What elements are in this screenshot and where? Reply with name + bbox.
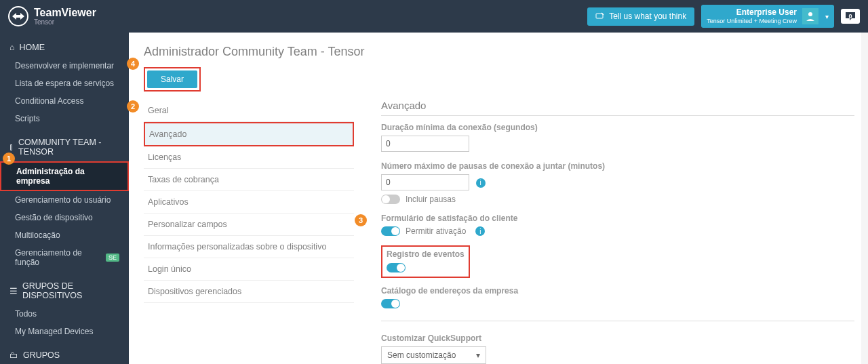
main-panel: Administrador Community Team - Tensor Sa… <box>129 33 868 364</box>
sidebar-item-waitlist[interactable]: Lista de espera de serviços <box>0 75 129 92</box>
logo[interactable]: TeamViewer Tensor <box>8 6 96 26</box>
form-column: Avançado Duração mínima da conexão (segu… <box>381 100 868 364</box>
sidebar-item-develop[interactable]: Desenvolver e implementar <box>0 57 129 75</box>
tab-apps[interactable]: Aplicativos <box>144 191 354 214</box>
home-icon: ⌂ <box>9 43 15 52</box>
tab-managed[interactable]: Dispositivos gerenciados <box>144 281 354 303</box>
tab-customfields[interactable]: Personalizar campos <box>144 214 354 236</box>
sidebar-item-multitenant[interactable]: Multilocação <box>0 226 129 244</box>
feedback-button[interactable]: Tell us what you think <box>587 7 694 26</box>
callout-4: 4 <box>127 58 139 70</box>
maxbreaks-input[interactable] <box>381 174 469 190</box>
allow-activation-toggle[interactable] <box>381 226 400 236</box>
sidebar-groups-header[interactable]: 🗀 GRUPOS <box>0 346 129 364</box>
sidebar-item-admin[interactable]: Administração da empresa <box>0 161 129 191</box>
svg-point-1 <box>808 12 812 16</box>
eventlog-toggle[interactable] <box>387 263 406 272</box>
sidebar-item-devicemgmt[interactable]: Gestão de dispositivo <box>0 209 129 226</box>
duration-label: Duração mínima da conexão (segundos) <box>381 123 854 132</box>
se-badge: SE <box>106 254 119 262</box>
section-title: Avançado <box>381 100 854 116</box>
custom-qs-select[interactable]: Sem customização ▾ <box>381 346 486 364</box>
save-button-wrap: Salvar <box>144 67 201 92</box>
layers-icon: ☰ <box>9 286 18 296</box>
svg-rect-0 <box>596 14 603 18</box>
sidebar-item-all-devices[interactable]: Todos <box>0 305 129 323</box>
brand-sub: Tensor <box>34 18 96 26</box>
topbar: TeamViewer Tensor Tell us what you think… <box>0 0 868 33</box>
chevron-down-icon: ▾ <box>825 13 829 20</box>
sidebar-team-header[interactable]: ⫿ COMMUNITY TEAM - TENSOR <box>0 133 129 161</box>
info-icon[interactable]: i <box>475 226 485 236</box>
pencil-icon <box>595 12 605 22</box>
user-name: Enterprise User <box>707 7 797 17</box>
folder-icon: 🗀 <box>9 350 18 360</box>
chat-button[interactable]: 0 <box>841 9 860 24</box>
tab-billing[interactable]: Taxas de cobrança <box>144 169 354 191</box>
callout-3: 3 <box>355 214 367 226</box>
info-icon[interactable]: i <box>476 178 486 188</box>
avatar <box>802 8 818 24</box>
teamviewer-logo-icon <box>8 6 28 26</box>
custom-qs-label: Customizar QuickSupport <box>381 333 854 343</box>
sidebar-item-conditional[interactable]: Conditional Access <box>0 92 129 110</box>
tab-licenses[interactable]: Licenças <box>144 146 354 169</box>
divider <box>381 321 854 321</box>
maxbreaks-label: Número máximo de pausas de conexão a jun… <box>381 161 854 171</box>
sidebar-home-header[interactable]: ⌂ HOME <box>0 38 129 57</box>
user-plan: Tensor Unlimited + Meeting Crew <box>707 18 797 25</box>
tab-deviceinfo[interactable]: Informações personalizadas sobre o dispo… <box>144 236 354 258</box>
addressbook-label: Catálogo de endereços da empresa <box>381 286 854 296</box>
event-log-highlight: Registro de eventos <box>381 245 470 278</box>
tab-advanced[interactable]: Avançado <box>144 122 354 146</box>
sidebar-devgroups-header[interactable]: ☰ GRUPOS DE DISPOSITIVOS <box>0 277 129 305</box>
allow-activation-label: Permitir ativação <box>406 226 466 236</box>
chevron-down-icon: ▾ <box>476 350 480 360</box>
addressbook-toggle[interactable] <box>381 299 400 308</box>
sidebar-item-roles[interactable]: Gerenciamento de função SE <box>0 244 129 271</box>
eventlog-label: Registro de eventos <box>387 249 465 259</box>
include-breaks-toggle[interactable] <box>381 195 400 204</box>
user-menu[interactable]: Enterprise User Tensor Unlimited + Meeti… <box>701 5 834 27</box>
satisfaction-label: Formulário de satisfação do cliente <box>381 214 854 223</box>
sidebar-item-usermgmt[interactable]: Gerenciamento do usuário <box>0 191 129 209</box>
sidebar-item-scripts[interactable]: Scripts <box>0 110 129 127</box>
sidebar-item-managed[interactable]: My Managed Devices <box>0 323 129 340</box>
chart-icon: ⫿ <box>9 142 14 152</box>
callout-1: 1 <box>3 153 15 165</box>
save-button[interactable]: Salvar <box>147 70 197 88</box>
brand-name: TeamViewer <box>34 7 96 19</box>
callout-2: 2 <box>127 100 139 113</box>
include-breaks-label: Incluir pausas <box>406 195 456 204</box>
duration-input[interactable] <box>381 136 469 152</box>
scrollbar[interactable] <box>861 33 868 364</box>
tab-general[interactable]: Geral <box>144 100 354 122</box>
tab-sso[interactable]: Login único <box>144 258 354 281</box>
sidebar: ⌂ HOME Desenvolver e implementar Lista d… <box>0 33 129 364</box>
tab-list: Geral Avançado Licenças Taxas de cobranç… <box>144 100 354 364</box>
page-title: Administrador Community Team - Tensor <box>144 45 868 59</box>
